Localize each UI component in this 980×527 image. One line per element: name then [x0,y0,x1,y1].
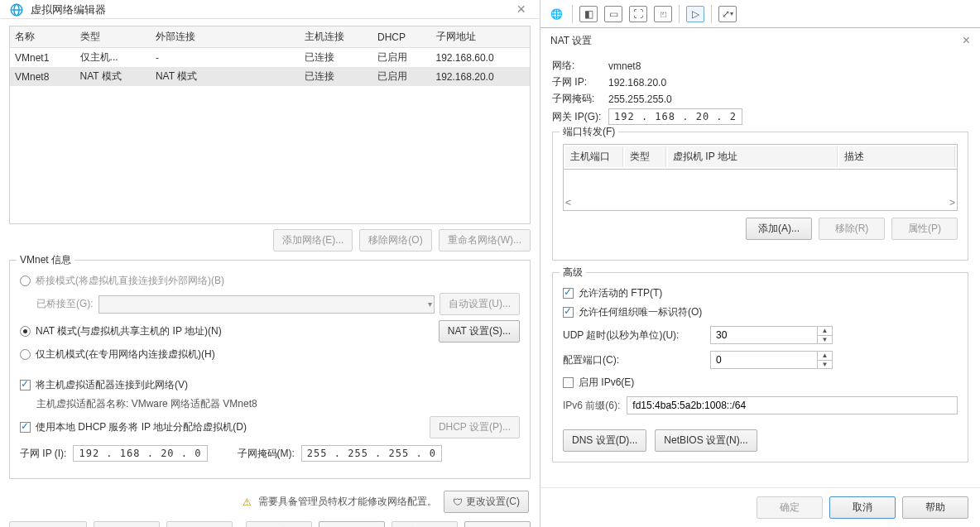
ftp-checkbox[interactable] [563,288,574,299]
chevron-down-icon: ▼ [818,336,832,344]
import-button[interactable]: 导入(T)... [94,521,160,527]
udp-spinner[interactable]: ▲▼ [818,326,833,344]
cancel-button[interactable]: 取消 [319,521,385,527]
gateway-field[interactable]: 192 . 168 . 20 . 2 [608,108,742,125]
ftp-label: 允许活动的 FTP(T) [579,286,662,300]
close-icon[interactable]: × [512,1,531,18]
col-host[interactable]: 主机连接 [300,26,372,48]
bridge-to-label: 已桥接至(G): [36,297,94,311]
change-settings-button[interactable]: 🛡 更改设置(C) [444,491,529,513]
toolbar: 🌐 ◧ ▭ ⛶ ⏍ ▷ ⤢▾ [540,0,980,28]
col-subnet[interactable]: 子网地址 [431,26,531,48]
pf-add-button[interactable]: 添加(A)... [746,218,812,240]
nat-label: NAT 模式(与虚拟机共享主机的 IP 地址)(N) [36,324,434,338]
advanced-label: 高级 [560,266,586,280]
col-ext[interactable]: 外部连接 [151,26,300,48]
config-port-field[interactable] [710,351,818,369]
auto-settings-button[interactable]: 自动设置(U)... [440,293,520,315]
use-dhcp-checkbox[interactable] [20,422,31,433]
app-logo-icon [9,2,24,17]
close-icon[interactable]: × [963,33,970,48]
subnet-ip-label: 子网 IP (I): [20,447,66,461]
port-forward-label: 端口转发(F) [560,125,618,139]
bridge-to-select[interactable]: ▾ [98,295,435,314]
nat-help-button[interactable]: 帮助 [902,496,968,519]
oui-label: 允许任何组织唯一标识符(O) [579,305,702,319]
config-port-label: 配置端口(C): [563,353,704,367]
hostonly-radio[interactable] [20,349,31,360]
layout-single-icon[interactable]: ▭ [604,6,622,22]
col-type[interactable]: 类型 [625,146,666,167]
chevron-down-icon: ▼ [818,361,832,369]
admin-warning: 需要具备管理员特权才能修改网络配置。 [258,495,437,509]
hostonly-label: 仅主机模式(在专用网络内连接虚拟机)(H) [36,347,520,362]
nat-ok-button[interactable]: 确定 [757,496,823,519]
nat-radio[interactable] [20,326,31,337]
add-network-button[interactable]: 添加网络(E)... [273,229,353,252]
ipv6-checkbox[interactable] [563,377,574,388]
layout-split-icon[interactable]: ◧ [579,6,598,22]
chevron-up-icon: ▲ [818,327,832,336]
ipv6-prefix-field[interactable] [627,396,958,414]
subnet-label: 子网 IP: [552,75,605,89]
network-table[interactable]: 名称 类型 外部连接 主机连接 DHCP 子网地址 VMnet1 仅主机... … [9,26,531,224]
ipv6-label: 启用 IPv6(E) [579,376,634,390]
nat-cancel-button[interactable]: 取消 [829,496,896,519]
gateway-label: 网关 IP(G): [552,110,605,124]
virtual-network-editor-dialog: 虚拟网络编辑器 × 名称 类型 外部连接 主机连接 DHCP 子网地址 VMne… [0,0,540,527]
nat-settings-button[interactable]: NAT 设置(S)... [439,320,520,343]
bridge-radio[interactable] [20,275,31,286]
layout-exit-icon[interactable]: ⏍ [654,6,672,22]
chevron-down-icon: ▾ [428,299,432,309]
dns-settings-button[interactable]: DNS 设置(D)... [563,429,646,452]
export-button[interactable]: 导出(X)... [166,521,233,527]
nat-dialog-title: NAT 设置 [550,34,592,48]
network-value: vmnet8 [608,60,641,72]
udp-timeout-field[interactable] [710,326,818,344]
rename-network-button[interactable]: 重命名网络(W)... [439,229,531,252]
port-forward-table[interactable]: 主机端口 类型 虚拟机 IP 地址 描述 [563,144,958,170]
subnet-ip-field[interactable]: 192 . 168 . 20 . 0 [73,445,207,462]
dialog-title: 虚拟网络编辑器 [31,2,512,17]
shield-icon: 🛡 [453,496,463,508]
netbios-settings-button[interactable]: NetBIOS 设置(N)... [655,429,757,452]
titlebar: 虚拟网络编辑器 × [1,1,539,19]
apply-button[interactable]: 应用(A) [392,521,458,527]
pf-properties-button[interactable]: 属性(P) [891,218,958,240]
col-name[interactable]: 名称 [10,26,75,48]
col-host-port[interactable]: 主机端口 [565,146,623,167]
table-row[interactable]: VMnet8 NAT 模式 NAT 模式 已连接 已启用 192.168.20.… [10,67,531,86]
network-label: 网络: [552,59,605,73]
warning-icon: ⚠ [243,496,252,508]
layout-focus-icon[interactable]: ⛶ [629,6,647,22]
col-type[interactable]: 类型 [75,26,151,48]
remove-network-button[interactable]: 移除网络(O) [359,229,431,252]
restore-defaults-button[interactable]: 还原默认设置(R) [9,521,87,527]
fullscreen-icon[interactable]: ⤢▾ [718,6,737,22]
col-dhcp[interactable]: DHCP [372,26,431,48]
oui-checkbox[interactable] [563,307,574,318]
use-dhcp-label: 使用本地 DHCP 服务将 IP 地址分配给虚拟机(D) [36,420,425,434]
host-adapter-checkbox[interactable] [20,380,31,390]
chevron-up-icon: ▲ [818,352,832,361]
col-desc[interactable]: 描述 [839,146,955,167]
subnet-mask-label: 子网掩码(M): [238,447,295,461]
dhcp-settings-button[interactable]: DHCP 设置(P)... [430,416,520,438]
nat-settings-panel: 🌐 ◧ ▭ ⛶ ⏍ ▷ ⤢▾ NAT 设置 × 网络:vmnet8 子网 IP:… [540,0,980,527]
terminal-icon[interactable]: ▷ [686,6,704,22]
udp-timeout-label: UDP 超时(以秒为单位)(U): [563,328,704,343]
col-vm-ip[interactable]: 虚拟机 IP 地址 [668,146,838,167]
cfg-spinner[interactable]: ▲▼ [818,351,833,369]
ipv6-prefix-label: IPv6 前缀(6): [563,399,620,413]
mask-label: 子网掩码: [552,92,605,106]
port-forward-scroll[interactable]: <> [563,170,958,211]
help-button[interactable]: 帮助 [464,521,531,527]
pf-remove-button[interactable]: 移除(R) [819,218,885,240]
subnet-value: 192.168.20.0 [608,77,666,89]
ok-button[interactable]: 确定 [246,521,312,527]
table-row[interactable]: VMnet1 仅主机... - 已连接 已启用 192.168.60.0 [10,48,531,68]
globe-icon[interactable]: 🌐 [547,6,565,22]
bridge-label: 桥接模式(将虚拟机直接连接到外部网络)(B) [36,274,520,288]
subnet-mask-field[interactable]: 255 . 255 . 255 . 0 [301,445,442,462]
host-adapter-label: 将主机虚拟适配器连接到此网络(V) [36,378,520,392]
